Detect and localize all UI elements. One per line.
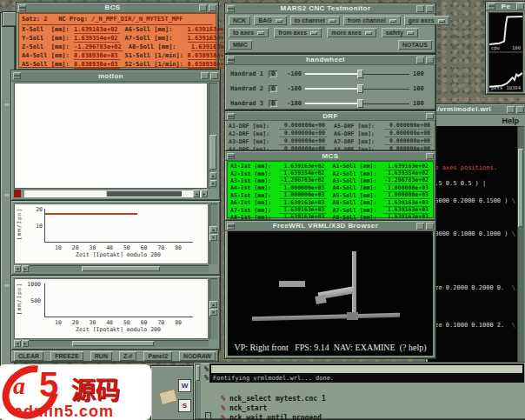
motion-vscrollbar[interactable]: ▲ ▼ [209, 83, 217, 189]
handwheel-slider-1[interactable] [305, 69, 409, 79]
scrollbar-thumb[interactable] [518, 149, 523, 227]
menu-to-channel[interactable]: to channel [290, 16, 340, 25]
desktop-icon-s[interactable]: S [178, 399, 191, 412]
drf-titlebar[interactable]: DRF [225, 111, 435, 121]
z-button[interactable]: Z-# [119, 351, 137, 361]
logo-digit-5: 5 [39, 365, 58, 404]
terminal-scrollbar[interactable] [195, 363, 201, 418]
scroll-right-icon[interactable]: ► [22, 265, 29, 272]
window-menu-icon[interactable] [13, 72, 21, 79]
plot1-vscrollbar[interactable]: ▲ ▼ [209, 203, 217, 264]
slider-handle[interactable] [357, 99, 363, 108]
editor-text-area[interactable]: he axes positions. 0.5 0.5 0.5 ) | .5000… [428, 126, 517, 364]
window-menu-icon[interactable] [227, 5, 235, 12]
slider-handle[interactable] [357, 84, 363, 93]
clear-button[interactable]: CLEAR [14, 351, 43, 361]
plot1-hscrollbar[interactable]: ◄ ► [14, 265, 209, 272]
menu-to-axes[interactable]: to axes [229, 28, 269, 37]
window-minimize-icon[interactable] [199, 4, 207, 11]
editor-scrollbar[interactable] [517, 126, 524, 364]
plot2-vscrollbar[interactable]: ▲ ▼ [209, 278, 217, 339]
scroll-down-icon[interactable]: ▼ [209, 309, 217, 316]
scrollbar-thumb[interactable] [72, 341, 154, 346]
mcs-titlebar[interactable]: MCS [225, 151, 435, 161]
bcs-titlebar[interactable]: BCS [17, 3, 218, 13]
window-maximize-icon[interactable] [210, 72, 218, 79]
menu-help[interactable]: Help [502, 117, 524, 125]
handwheel-titlebar[interactable]: handwheel [225, 55, 435, 65]
menu-nck[interactable]: NCK [229, 16, 250, 25]
window-minimize-icon[interactable] [416, 57, 424, 63]
panel2-button[interactable]: Panel2 [143, 351, 172, 361]
terminal-window[interactable]: % nc % nc -----XEmacs: vrmlmodel.wrl (VR… [193, 362, 525, 420]
scroll-right-icon[interactable]: ► [22, 340, 29, 347]
menu-more-axes[interactable]: more axes [327, 28, 376, 37]
editor-title: ds/vrmlmodel.wrl [427, 105, 506, 113]
xemacs-modeline[interactable]: -----XEmacs: vrmlmodel.wrl (VRML PC Font… [211, 365, 522, 373]
scroll-up-icon[interactable]: ▲ [209, 226, 217, 233]
vrml-viewport[interactable]: VP: Right front FPS: 9.14 NAV: EXAMINE (… [228, 231, 433, 356]
scroll-up-icon[interactable]: ▲ [209, 301, 217, 308]
package-icon[interactable] [158, 389, 177, 405]
window-maximize-icon[interactable] [426, 57, 434, 63]
axis-label: A1-Soll [mm]: [333, 163, 383, 170]
scroll-down-icon[interactable]: ▼ [209, 234, 217, 241]
table-row: A1-DRF [mm]:0.000000e+00 A5-DRF [mm]:0.0… [225, 122, 435, 130]
notaus-button[interactable]: NOTAUS [398, 40, 432, 50]
window-menu-icon[interactable] [18, 4, 26, 11]
plot2-hscrollbar[interactable]: ◄ ► [14, 340, 209, 347]
window-minimize-icon[interactable] [416, 5, 424, 12]
scrollbar-thumb[interactable] [82, 266, 160, 271]
testmonitor-titlebar[interactable]: MARS2 CNC Testmonitor [225, 3, 435, 14]
menu-from-channel[interactable]: from channel [343, 16, 401, 25]
motion-canvas[interactable] [14, 83, 208, 189]
plot2-canvas[interactable]: [mm/Ipo] 1000 500 1020304050607080 Zeit … [14, 278, 209, 339]
window-maximize-icon[interactable] [426, 5, 434, 12]
window-maximize-icon[interactable] [426, 113, 434, 119]
window-minimize-icon[interactable] [201, 72, 209, 79]
line-wrap-icon: \ [512, 322, 515, 329]
window-maximize-icon[interactable] [516, 3, 524, 10]
scroll-left-icon[interactable]: ◄ [14, 340, 21, 347]
freewrl-window: FreeWRL VRML/X3D Browser VP: Right front… [224, 220, 436, 359]
window-maximize-icon[interactable] [426, 223, 434, 230]
drf-title: DRF [236, 112, 425, 120]
nodraw-button[interactable]: NODRAW [179, 351, 216, 361]
scroll-left-icon[interactable]: ◄ [14, 265, 21, 272]
scrollbar-thumb[interactable] [196, 365, 200, 381]
mmc-button[interactable]: MMC [229, 40, 252, 50]
scrollbar-thumb[interactable] [209, 135, 216, 170]
axis-value: 0.000000e+00 [279, 137, 327, 145]
slider-handle[interactable] [357, 70, 363, 78]
window-minimize-icon[interactable] [416, 223, 424, 230]
window-menu-icon[interactable] [227, 153, 235, 159]
scroll-down-icon[interactable]: ▼ [209, 180, 216, 187]
window-menu-icon[interactable] [227, 57, 235, 63]
scroll-left-icon[interactable]: ◄ [193, 190, 200, 197]
scroll-up-icon[interactable]: ▲ [209, 172, 216, 179]
handwheel-slider-3[interactable] [305, 98, 409, 109]
menu-bag[interactable]: BAG [254, 16, 287, 25]
menu-safety[interactable]: safety [382, 28, 418, 37]
desktop-icon-w[interactable]: W [178, 379, 191, 392]
window-menu-icon[interactable] [227, 223, 235, 230]
scrollbar-thumb[interactable] [106, 190, 182, 197]
menu-geo-axes[interactable]: geo axes [404, 16, 449, 25]
window-maximize-icon[interactable] [426, 153, 434, 159]
scroll-right-icon[interactable]: ► [201, 190, 208, 197]
window-minimize-icon[interactable] [507, 106, 515, 113]
editor-titlebar[interactable]: ds/vrmlmodel.wrl [426, 104, 525, 115]
handwheel-slider-2[interactable] [305, 83, 409, 94]
freeze-button[interactable]: FREEZE [50, 351, 83, 361]
window-maximize-icon[interactable] [516, 106, 524, 113]
window-maximize-icon[interactable] [209, 4, 216, 11]
menu-from-axes[interactable]: from axes [274, 28, 322, 37]
motion-titlebar[interactable]: motion [11, 70, 220, 82]
freewrl-titlebar[interactable]: FreeWRL VRML/X3D Browser [225, 221, 435, 231]
run-button[interactable]: RUN [90, 351, 112, 361]
motion-hscrollbar[interactable]: ◄ ► [23, 190, 208, 197]
perfmeter-titlebar[interactable]: Pe [486, 2, 525, 11]
window-menu-icon[interactable] [227, 113, 235, 119]
window-menu-icon[interactable] [488, 3, 495, 10]
plot1-canvas[interactable]: [mm/Ipo] 20 10 1020304050607080 Zeit [Ip… [14, 203, 209, 264]
